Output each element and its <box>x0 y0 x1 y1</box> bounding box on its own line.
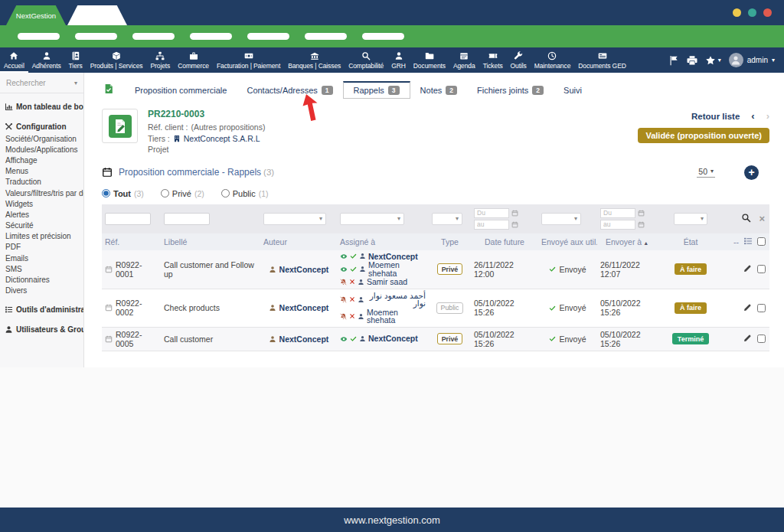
edit-button[interactable] <box>743 334 752 344</box>
tab-suivi[interactable]: Suivi <box>554 82 592 99</box>
column-type[interactable]: Type <box>429 237 471 246</box>
row-author[interactable]: NextConcept <box>279 335 329 344</box>
menu-item-comptabilit[interactable]: Comptabilité <box>345 47 387 73</box>
filter-state-select[interactable]: ▾ <box>674 213 707 225</box>
row-ref[interactable]: R0922-0001 <box>116 260 158 279</box>
sidebar-item-modules-applications[interactable]: Modules/Applications <box>0 144 83 155</box>
assignee-name[interactable]: Moemen shehata <box>368 261 426 277</box>
footer-link[interactable]: www.nextgestion.com <box>344 514 440 526</box>
tab-rappels[interactable]: Rappels3 <box>343 81 410 99</box>
assignee-name[interactable]: NextConcept <box>368 335 418 343</box>
select-all-checkbox[interactable] <box>757 237 766 246</box>
scope-radio[interactable] <box>161 189 169 197</box>
filter-date-future-from-input[interactable] <box>474 208 509 218</box>
filter-sent-select[interactable]: ▾ <box>541 213 581 225</box>
assignee-name[interactable]: Moemen shehata <box>367 308 426 325</box>
column-r-f[interactable]: Réf. <box>102 237 161 246</box>
menu-item-documents[interactable]: Documents <box>410 47 449 73</box>
assignee-name[interactable]: NextConcept <box>368 253 418 261</box>
sidebar-section-outils-d-administration[interactable]: Outils d'administration <box>0 303 83 316</box>
filter-type-select[interactable]: ▾ <box>432 213 462 225</box>
filter-author-select[interactable]: ▾ <box>263 213 326 225</box>
row-checkbox[interactable] <box>757 265 766 273</box>
assignee-name[interactable]: Samir saad <box>367 278 407 286</box>
column-selector-button[interactable] <box>743 237 753 247</box>
sidebar-section-utilisateurs-groupes[interactable]: Utilisateurs & Groupes <box>0 323 83 336</box>
filter-assignee-select[interactable]: ▾ <box>340 213 404 225</box>
menu-item-adh-rents[interactable]: Adhérents <box>28 47 65 73</box>
edit-button[interactable] <box>743 303 752 313</box>
menu-item-produits-services[interactable]: Produits | Services <box>87 47 147 73</box>
document-ref[interactable]: PR2210-0003 <box>148 109 638 119</box>
menu-item-commerce[interactable]: Commerce <box>174 47 213 73</box>
column-libell[interactable]: Libellé <box>161 237 260 246</box>
menu-item-banques-caisses[interactable]: Banques | Caisses <box>284 47 345 73</box>
menu-item-tiers[interactable]: Tiers <box>65 47 87 73</box>
sidebar-item-soci-t-organisation[interactable]: Société/Organisation <box>0 133 83 144</box>
page-size-select[interactable]: 50▾ <box>697 167 715 178</box>
sidebar-item-emails[interactable]: Emails <box>0 253 83 263</box>
filter-send-at-from-input[interactable] <box>600 208 635 218</box>
menu-item-tickets[interactable]: Tickets <box>479 47 507 73</box>
brand-logo[interactable]: NextGestion <box>6 5 66 25</box>
bookmarks-menu[interactable]: ▾ <box>705 55 721 66</box>
column-envoyer[interactable]: Envoyer à▲ <box>597 237 657 246</box>
scope-priv[interactable]: Privé(2) <box>161 189 204 198</box>
dot-red[interactable] <box>763 8 772 17</box>
user-menu[interactable]: admin▾ <box>729 53 775 67</box>
menu-item-facturation-paiement[interactable]: Facturation | Paiement <box>213 47 284 73</box>
scope-tout[interactable]: Tout(3) <box>102 189 144 198</box>
dot-yellow[interactable] <box>733 8 741 17</box>
assignee-name[interactable]: أحمد مسعود نوار نوار <box>367 292 426 308</box>
menu-item-accueil[interactable]: Accueil <box>0 47 28 73</box>
filter-search-button[interactable] <box>741 212 751 226</box>
filter-clear-button[interactable]: × <box>759 214 765 224</box>
sidebar-item-valeurs-filtres-tris-par-d-f[interactable]: Valeurs/filtres/tris par déf... <box>0 188 83 198</box>
sidebar-item-widgets[interactable]: Widgets <box>0 198 83 209</box>
sidebar-item-limites-et-pr-cision[interactable]: Limites et précision <box>0 231 83 242</box>
menu-item-projets[interactable]: Projets <box>146 47 174 73</box>
scope-public[interactable]: Public(1) <box>221 189 269 198</box>
column-envoy-aux-util[interactable]: Envoyé aux util... <box>538 237 597 246</box>
column-date-future[interactable]: Date future <box>471 237 538 246</box>
filter-label-input[interactable] <box>164 213 210 225</box>
scope-radio[interactable] <box>102 189 110 197</box>
menu-item-documents-ged[interactable]: Documents GED <box>574 47 629 73</box>
row-checkbox[interactable] <box>757 335 766 343</box>
tab-fichiers-joints[interactable]: Fichiers joints2 <box>467 82 554 99</box>
column-auteur[interactable]: Auteur <box>260 237 337 246</box>
add-reminder-button[interactable]: + <box>744 165 759 180</box>
sidebar-item-affichage[interactable]: Affichage <box>0 155 83 165</box>
sidebar-search[interactable]: Rechercher▾ <box>0 73 83 93</box>
dot-teal[interactable] <box>748 8 756 17</box>
sidebar-item-sms[interactable]: SMS <box>0 263 83 274</box>
sidebar-item-pdf[interactable]: PDF <box>0 242 83 253</box>
menu-item-grh[interactable]: GRH <box>387 47 410 73</box>
row-ref[interactable]: R0922-0002 <box>116 299 158 317</box>
menu-item-agenda[interactable]: Agenda <box>449 47 479 73</box>
column-tat[interactable]: État <box>657 237 724 246</box>
filter-ref-input[interactable] <box>105 213 151 225</box>
row-checkbox[interactable] <box>757 304 766 312</box>
filter-send-at-to-input[interactable] <box>600 220 635 230</box>
menu-item-outils[interactable]: Outils <box>507 47 531 73</box>
edit-button[interactable] <box>743 264 752 274</box>
tab-contacts-adresses[interactable]: Contacts/Adresses1 <box>237 82 342 99</box>
menu-item-maintenance[interactable]: Maintenance <box>531 47 575 73</box>
sidebar-item-alertes[interactable]: Alertes <box>0 209 83 220</box>
scope-radio[interactable] <box>221 189 230 197</box>
sidebar-item-dictionnaires[interactable]: Dictionnaires <box>0 274 83 285</box>
row-author[interactable]: NextConcept <box>279 265 329 274</box>
row-ref[interactable]: R0922-0005 <box>116 330 158 348</box>
column-assign[interactable]: Assigné à <box>337 237 429 246</box>
row-author[interactable]: NextConcept <box>279 303 329 312</box>
tab-notes[interactable]: Notes2 <box>410 82 467 99</box>
sidebar-item-traduction[interactable]: Traduction <box>0 177 83 188</box>
filter-date-future-to-input[interactable] <box>474 220 509 230</box>
sidebar-item-divers[interactable]: Divers <box>0 286 83 296</box>
tab-proposition-commerciale[interactable]: Proposition commerciale <box>125 82 237 99</box>
field-value[interactable]: NextConcept S.A.R.L <box>184 133 260 145</box>
sidebar-item-menus[interactable]: Menus <box>0 166 83 177</box>
sidebar-item-s-curit[interactable]: Sécurité <box>0 220 83 231</box>
chevron-left-icon[interactable]: ‹ <box>751 111 754 121</box>
